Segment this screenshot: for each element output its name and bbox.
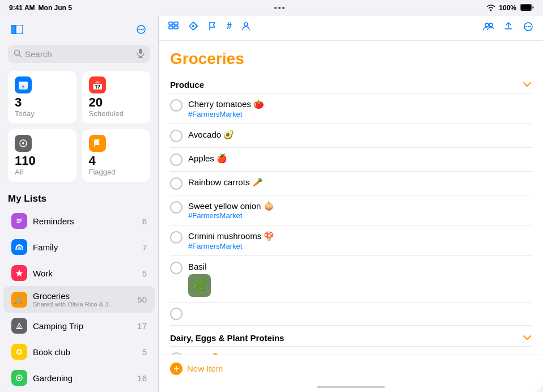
empty-checkbox[interactable] <box>170 308 183 320</box>
list-item-camping[interactable]: Camping Trip 17 <box>3 313 155 339</box>
sidebar-more-button[interactable] <box>132 20 150 39</box>
list-item-reminders[interactable]: Reminders 6 <box>3 208 155 234</box>
bookclub-label: Book club <box>33 347 137 357</box>
basil-image: 🌿 <box>188 274 211 297</box>
reminders-icon <box>11 213 27 229</box>
cherry-tomatoes-tag[interactable]: #FarmersMarket <box>188 110 532 118</box>
toolbar-upload-icon[interactable] <box>503 21 514 35</box>
toolbar-grid-icon[interactable] <box>168 21 179 35</box>
microphone-icon[interactable] <box>137 49 145 59</box>
svg-rect-4 <box>11 25 16 33</box>
smart-list-today[interactable]: 5 3 Today <box>8 71 77 123</box>
home-indicator <box>159 382 543 392</box>
smart-list-all[interactable]: 110 All <box>8 129 77 182</box>
list-item-gardening[interactable]: Gardening 16 <box>3 365 155 391</box>
sweet-onion-checkbox[interactable] <box>170 201 183 214</box>
my-lists-header: My Lists <box>0 190 158 208</box>
reminders-count: 6 <box>142 216 147 226</box>
smart-lists-grid: 5 3 Today 📅 20 Scheduled <box>0 69 158 190</box>
wifi-icon <box>486 4 495 12</box>
sweet-onion-tag[interactable]: #FarmersMarket <box>188 211 532 220</box>
sidebar: Search 5 <box>0 16 159 392</box>
cherry-tomatoes-text: Cherry tomatoes 🍅 <box>188 99 532 110</box>
flagged-icon <box>89 135 106 152</box>
todo-avocado: Avocado 🥑 <box>170 124 532 148</box>
svg-point-19 <box>22 142 24 144</box>
dot2 <box>278 7 281 9</box>
crimini-text: Crimini mushrooms 🍄 <box>188 231 532 242</box>
flagged-label: Flagged <box>89 168 144 176</box>
main-layout: Search 5 <box>0 16 543 392</box>
all-icon <box>15 135 32 152</box>
camping-icon <box>11 318 27 334</box>
svg-point-9 <box>141 29 142 30</box>
search-icon <box>14 49 22 59</box>
today-label: Today <box>15 109 70 118</box>
avocado-checkbox[interactable] <box>170 130 183 142</box>
dot3 <box>282 7 285 9</box>
svg-point-43 <box>528 26 529 27</box>
svg-point-24 <box>18 244 20 246</box>
todo-eggs: Eggs 🥚 #FarmersMarket <box>170 347 532 355</box>
svg-text:5: 5 <box>22 85 24 89</box>
produce-title: Produce <box>170 80 204 90</box>
list-item-bookclub[interactable]: Book club 5 <box>3 339 155 365</box>
family-count: 7 <box>142 242 147 252</box>
dairy-chevron[interactable] <box>523 333 532 343</box>
today-icon: 5 <box>15 76 32 93</box>
avocado-text: Avocado 🥑 <box>188 129 532 140</box>
toolbar-share-group-icon[interactable] <box>483 21 494 35</box>
smart-list-flagged[interactable]: 4 Flagged <box>82 129 151 182</box>
crimini-checkbox[interactable] <box>170 231 183 244</box>
list-item-work[interactable]: Work 5 <box>3 260 155 286</box>
todo-crimini-mushrooms: Crimini mushrooms 🍄 #FarmersMarket <box>170 225 532 256</box>
produce-chevron[interactable] <box>523 79 532 90</box>
toolbar-flag-icon[interactable] <box>207 21 218 35</box>
status-time: 9:41 AM <box>9 4 35 12</box>
sidebar-toggle-button[interactable] <box>8 20 26 39</box>
list-title: Groceries <box>170 50 532 68</box>
toolbar-person-icon[interactable] <box>241 21 251 35</box>
svg-point-38 <box>244 23 248 26</box>
smart-list-scheduled[interactable]: 📅 20 Scheduled <box>82 71 151 123</box>
svg-rect-35 <box>169 26 173 29</box>
reminders-label: Reminders <box>33 216 137 226</box>
groceries-icon: 🛒 <box>11 292 27 308</box>
all-count: 110 <box>15 154 70 168</box>
todo-empty <box>170 302 532 326</box>
all-label: All <box>15 168 70 176</box>
toolbar-more-icon[interactable] <box>523 21 534 35</box>
section-produce: Produce <box>170 76 532 93</box>
camping-count: 17 <box>137 321 147 331</box>
basil-checkbox[interactable] <box>170 262 183 274</box>
scheduled-count: 20 <box>89 96 144 109</box>
content-toolbar: # <box>159 16 543 41</box>
svg-rect-1 <box>521 5 532 10</box>
work-label: Work <box>33 269 137 278</box>
toolbar-location-icon[interactable] <box>188 21 198 35</box>
search-bar[interactable]: Search <box>8 45 150 63</box>
groceries-sub: Shared with Olivia Rico & 3... <box>33 301 131 308</box>
today-count: 3 <box>15 96 70 109</box>
bookclub-count: 5 <box>142 347 147 357</box>
svg-point-8 <box>138 29 139 30</box>
list-item-family[interactable]: Family 7 <box>3 234 155 260</box>
work-count: 5 <box>142 269 147 278</box>
content-area: Groceries Produce Cherry tomatoes 🍅 <box>159 41 543 355</box>
list-item-groceries[interactable]: 🛒 Groceries Shared with Olivia Rico & 3.… <box>3 286 155 313</box>
svg-point-42 <box>525 26 527 27</box>
gardening-count: 16 <box>137 373 147 383</box>
status-bar: 9:41 AM Mon Jun 5 100% <box>0 0 543 16</box>
crimini-tag[interactable]: #FarmersMarket <box>188 242 532 250</box>
scheduled-icon: 📅 <box>89 76 106 93</box>
new-item-button[interactable]: + <box>170 363 183 375</box>
cherry-tomatoes-checkbox[interactable] <box>170 99 183 112</box>
scheduled-label: Scheduled <box>89 109 144 118</box>
new-item-label[interactable]: New Item <box>187 364 223 373</box>
toolbar-hash-icon[interactable]: # <box>227 21 232 35</box>
apples-checkbox[interactable] <box>170 154 183 166</box>
groceries-count: 50 <box>137 295 147 304</box>
rainbow-carrots-text: Rainbow carrots 🥕 <box>188 177 532 188</box>
rainbow-carrots-checkbox[interactable] <box>170 177 183 190</box>
search-placeholder: Search <box>25 49 133 59</box>
